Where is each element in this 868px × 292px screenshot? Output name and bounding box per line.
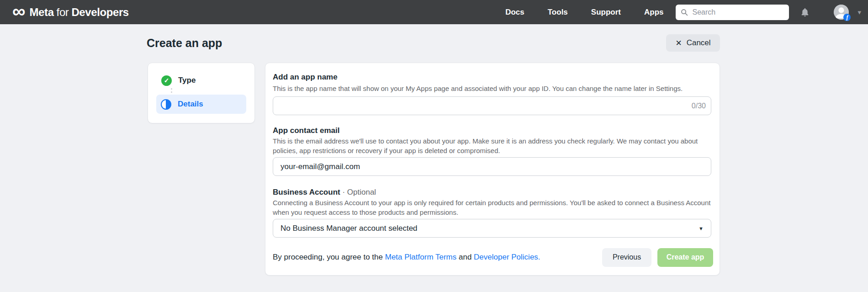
agreement-text: By proceeding, you agree to the Meta Pla… xyxy=(273,253,540,262)
cancel-label: Cancel xyxy=(687,38,711,48)
business-account-label: Business Account · Optional xyxy=(273,188,376,197)
notifications-bell-icon[interactable] xyxy=(800,7,810,17)
business-account-description: Connecting a Business Account to your ap… xyxy=(273,198,711,217)
step-current-half-circle-icon xyxy=(161,99,171,110)
page-title: Create an app xyxy=(147,37,222,50)
nav-link-docs[interactable]: Docs xyxy=(505,8,524,17)
top-navbar: ∞ MetaforDevelopers Docs Tools Support A… xyxy=(0,0,868,24)
app-name-char-counter: 0/30 xyxy=(692,96,706,115)
close-icon: ✕ xyxy=(675,39,682,47)
previous-button[interactable]: Previous xyxy=(602,248,651,267)
contact-email-label: App contact email xyxy=(273,126,339,135)
agreement-suffix: . xyxy=(538,253,540,261)
footer-buttons: Previous Create app xyxy=(602,248,713,267)
app-name-description: This is the app name that will show on y… xyxy=(273,84,711,93)
contact-email-description: This is the email address we'll use to c… xyxy=(273,136,711,155)
step-details[interactable]: Details xyxy=(156,95,246,114)
nav-links: Docs Tools Support Apps xyxy=(505,8,663,17)
meta-platform-terms-link[interactable]: Meta Platform Terms xyxy=(385,253,457,261)
contact-email-input[interactable] xyxy=(273,157,711,176)
step-details-label: Details xyxy=(178,100,203,109)
logo-text: MetaforDevelopers xyxy=(30,6,129,19)
form-footer: By proceeding, you agree to the Meta Pla… xyxy=(273,248,713,267)
step-type-label: Type xyxy=(178,76,196,85)
optional-tag: · Optional xyxy=(340,188,376,196)
wizard-steps-card: ✓ Type Details xyxy=(148,63,255,123)
cancel-button[interactable]: ✕ Cancel xyxy=(666,34,720,52)
step-type[interactable]: ✓ Type xyxy=(155,75,248,86)
app-name-label: Add an app name xyxy=(273,73,338,82)
search-box[interactable] xyxy=(676,5,789,20)
nav-link-apps[interactable]: Apps xyxy=(644,8,664,17)
meta-developers-logo[interactable]: ∞ MetaforDevelopers xyxy=(12,6,129,19)
developer-policies-link[interactable]: Developer Policies xyxy=(474,253,538,261)
app-name-input[interactable] xyxy=(273,96,711,115)
nav-link-support[interactable]: Support xyxy=(591,8,621,17)
step-connector-dots xyxy=(171,88,248,93)
create-app-form-card: Add an app name This is the app name tha… xyxy=(265,63,720,276)
select-caret-down-icon: ▼ xyxy=(699,226,704,231)
business-account-select[interactable]: No Business Manager account selected ▼ xyxy=(273,219,711,238)
nav-link-tools[interactable]: Tools xyxy=(548,8,568,17)
step-complete-check-icon: ✓ xyxy=(161,75,172,86)
search-icon xyxy=(681,9,688,16)
create-app-button[interactable]: Create app xyxy=(657,248,713,267)
account-chevron-down-icon[interactable]: ▾ xyxy=(857,8,861,16)
account-avatar[interactable]: f xyxy=(834,5,849,20)
business-account-selected-value: No Business Manager account selected xyxy=(281,224,418,233)
facebook-badge-icon: f xyxy=(843,14,851,21)
search-input[interactable] xyxy=(692,8,784,16)
